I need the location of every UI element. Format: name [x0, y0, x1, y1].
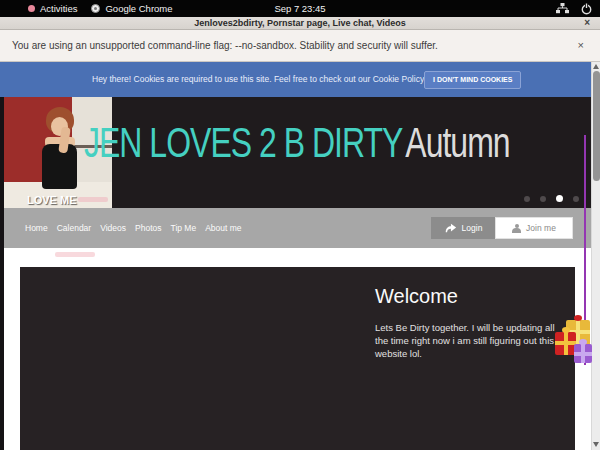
infobar-message: You are using an unsupported command-lin…: [12, 30, 438, 61]
gift-icon-purple[interactable]: [574, 344, 592, 363]
infobar-close-icon[interactable]: ×: [578, 30, 584, 61]
hero-title: JEN LOVES 2 B DIRTYAutumn: [84, 112, 510, 174]
chrome-infobar: You are using an unsupported command-lin…: [0, 30, 600, 62]
person-icon: [512, 224, 521, 233]
carousel-dot-3-active[interactable]: [556, 195, 563, 202]
scrollbar-up-icon[interactable]: [593, 64, 599, 69]
cookie-message: Hey there! Cookies are required to use t…: [92, 62, 470, 97]
window-close-icon[interactable]: ×: [584, 17, 590, 29]
panel-clock[interactable]: Sep 7 23:45: [0, 0, 600, 17]
nav-item-photos[interactable]: Photos: [135, 223, 161, 233]
power-icon[interactable]: [581, 3, 592, 15]
browser-scrollbar[interactable]: [591, 62, 600, 450]
photo-watermark: [78, 197, 108, 202]
nav-item-home[interactable]: Home: [25, 223, 48, 233]
login-button[interactable]: Login: [431, 217, 495, 239]
hero-title-main: JEN LOVES 2 B DIRTY: [84, 120, 402, 167]
cookie-accept-button[interactable]: I DON'T MIND COOKIES: [424, 71, 521, 89]
carousel-dot-4[interactable]: [573, 196, 579, 202]
photo-caption: LOVE ME: [27, 194, 77, 206]
nav-item-videos[interactable]: Videos: [100, 223, 126, 233]
welcome-text: Lets Be Dirty together. I will be updati…: [375, 322, 563, 360]
main-nav: Home Calendar Videos Photos Tip Me About…: [4, 208, 591, 248]
carousel-dot-2[interactable]: [540, 196, 546, 202]
site-container: LOVE ME JEN LOVES 2 B DIRTYAutumn Home C…: [4, 97, 591, 450]
hero-banner: LOVE ME JEN LOVES 2 B DIRTYAutumn: [4, 97, 591, 208]
network-icon[interactable]: [556, 3, 569, 14]
desktop-panel: Activities Google Chrome Sep 7 23:45: [0, 0, 600, 17]
carousel-dot-1[interactable]: [524, 196, 530, 202]
scrollbar-thumb[interactable]: [593, 71, 600, 181]
faint-link-smudge: [55, 252, 95, 257]
login-label: Login: [462, 223, 483, 233]
window-title: Jenloves2bdirty, Pornstar page, Live cha…: [0, 17, 600, 30]
carousel-dots: [524, 195, 579, 202]
nav-item-calendar[interactable]: Calendar: [57, 223, 92, 233]
nav-item-aboutme[interactable]: About me: [205, 223, 241, 233]
join-button[interactable]: Join me: [495, 217, 573, 239]
hero-title-accent: Autumn: [405, 120, 509, 167]
page-viewport: Hey there! Cookies are required to use t…: [0, 62, 600, 450]
scrollbar-down-icon[interactable]: [593, 442, 599, 447]
login-arrow-icon: [444, 222, 457, 234]
nav-item-tipme[interactable]: Tip Me: [171, 223, 197, 233]
welcome-heading: Welcome: [375, 285, 458, 308]
window-titlebar: Jenloves2bdirty, Pornstar page, Live cha…: [0, 17, 600, 30]
cookie-banner: Hey there! Cookies are required to use t…: [0, 62, 591, 97]
content-panel: Welcome Lets Be Dirty together. I will b…: [20, 267, 575, 450]
join-label: Join me: [526, 223, 556, 233]
gift-icon-red[interactable]: [555, 332, 576, 355]
